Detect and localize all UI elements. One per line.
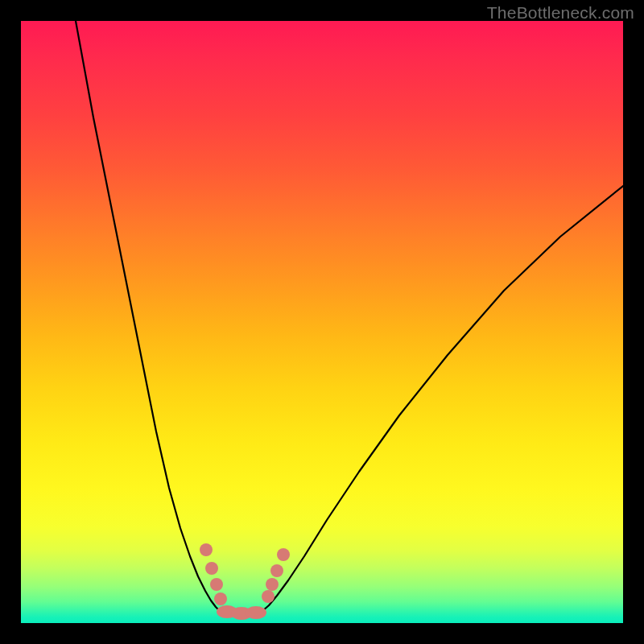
outer-frame: TheBottleneck.com bbox=[0, 0, 644, 644]
bottleneck-curve bbox=[21, 21, 623, 623]
curve-left-branch bbox=[76, 21, 220, 611]
marker-left-3 bbox=[214, 592, 227, 605]
curve-right-branch bbox=[262, 186, 623, 611]
marker-left-2 bbox=[210, 578, 223, 591]
markers-group bbox=[200, 543, 290, 620]
marker-right-3 bbox=[277, 548, 290, 561]
marker-left-0 bbox=[200, 543, 213, 556]
marker-floor-2 bbox=[246, 606, 266, 619]
marker-right-0 bbox=[262, 590, 275, 603]
plot-area bbox=[21, 21, 623, 623]
watermark-label: TheBottleneck.com bbox=[487, 3, 634, 23]
marker-right-1 bbox=[266, 578, 279, 591]
marker-left-1 bbox=[205, 562, 218, 575]
marker-right-2 bbox=[270, 564, 283, 577]
